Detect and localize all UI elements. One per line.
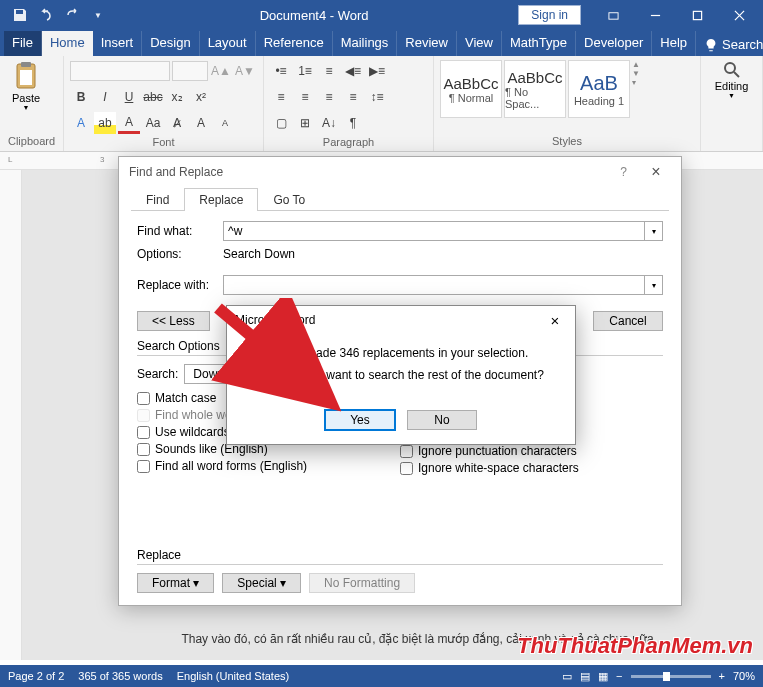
clipboard-icon	[10, 60, 42, 92]
maximize-icon[interactable]	[677, 0, 717, 30]
tell-me-search[interactable]: Search	[704, 37, 763, 56]
clear-formatting-button[interactable]: A̷	[166, 112, 188, 134]
strike-button[interactable]: abc	[142, 86, 164, 108]
font-family-select[interactable]	[70, 61, 170, 81]
qat-dropdown-icon[interactable]: ▼	[86, 3, 110, 27]
tab-home[interactable]: Home	[42, 31, 93, 56]
tab-developer[interactable]: Developer	[576, 31, 652, 56]
status-words[interactable]: 365 of 365 words	[78, 670, 162, 682]
increase-indent-icon[interactable]: ▶≡	[366, 60, 388, 82]
tab-mailings[interactable]: Mailings	[333, 31, 398, 56]
format-button[interactable]: Format ▾	[137, 573, 214, 593]
borders-icon[interactable]: ⊞	[294, 112, 316, 134]
undo-icon[interactable]	[34, 3, 58, 27]
sort-icon[interactable]: A↓	[318, 112, 340, 134]
minimize-icon[interactable]	[635, 0, 675, 30]
close-icon[interactable]	[719, 0, 759, 30]
editing-label: Editing	[715, 80, 749, 92]
zoom-in-icon[interactable]: +	[719, 670, 725, 682]
find-icon	[722, 60, 742, 80]
fr-tab-goto[interactable]: Go To	[258, 188, 320, 211]
cancel-button[interactable]: Cancel	[593, 311, 663, 331]
align-left-icon[interactable]: ≡	[270, 86, 292, 108]
text-effects-button[interactable]: A	[70, 112, 92, 134]
vertical-ruler[interactable]	[0, 170, 22, 660]
ribbon: Paste ▼ Clipboard A▲ A▼ B I U abc x₂ x²	[0, 56, 763, 152]
svg-rect-4	[21, 62, 31, 67]
dialog-close-icon[interactable]: ×	[641, 163, 671, 181]
no-button[interactable]: No	[407, 410, 477, 430]
replace-with-input[interactable]	[223, 275, 645, 295]
subscript-button[interactable]: x₂	[166, 86, 188, 108]
shading-icon[interactable]: ▢	[270, 112, 292, 134]
fr-tab-find[interactable]: Find	[131, 188, 184, 211]
grow-font-icon[interactable]: A▲	[210, 60, 232, 82]
multilevel-icon[interactable]: ≡	[318, 60, 340, 82]
bold-button[interactable]: B	[70, 86, 92, 108]
tab-design[interactable]: Design	[142, 31, 199, 56]
shrink-font-2[interactable]: A	[214, 112, 236, 134]
find-what-dropdown[interactable]: ▾	[645, 221, 663, 241]
find-what-input[interactable]	[223, 221, 645, 241]
numbering-icon[interactable]: 1≡	[294, 60, 316, 82]
status-lang[interactable]: English (United States)	[177, 670, 290, 682]
special-button[interactable]: Special ▾	[222, 573, 301, 593]
less-button[interactable]: << Less	[137, 311, 210, 331]
align-center-icon[interactable]: ≡	[294, 86, 316, 108]
shrink-font-icon[interactable]: A▼	[234, 60, 256, 82]
style-no-spacing[interactable]: AaBbCc ¶ No Spac...	[504, 60, 566, 118]
msgbox-close-icon[interactable]: ×	[543, 312, 567, 329]
tab-help[interactable]: Help	[652, 31, 696, 56]
chk-word-forms[interactable]: Find all word forms (English)	[137, 459, 400, 473]
italic-button[interactable]: I	[94, 86, 116, 108]
status-page[interactable]: Page 2 of 2	[8, 670, 64, 682]
message-box: Microsoft Word × ? We made 346 replaceme…	[226, 305, 576, 445]
bullets-icon[interactable]: •≡	[270, 60, 292, 82]
save-icon[interactable]	[8, 3, 32, 27]
styles-gallery-scroll[interactable]: ▲▼▾	[632, 60, 646, 87]
msgbox-title: Microsoft Word	[235, 313, 315, 327]
superscript-button[interactable]: x²	[190, 86, 212, 108]
tab-view[interactable]: View	[457, 31, 502, 56]
editing-button[interactable]: Editing ▼	[707, 60, 756, 99]
show-marks-icon[interactable]: ¶	[342, 112, 364, 134]
decrease-indent-icon[interactable]: ◀≡	[342, 60, 364, 82]
style-heading1[interactable]: AaB Heading 1	[568, 60, 630, 118]
line-spacing-icon[interactable]: ↕≡	[366, 86, 388, 108]
font-color-button[interactable]: A	[118, 112, 140, 134]
paste-button[interactable]: Paste ▼	[6, 60, 46, 111]
tab-insert[interactable]: Insert	[93, 31, 143, 56]
underline-button[interactable]: U	[118, 86, 140, 108]
view-web-icon[interactable]: ▦	[598, 670, 608, 683]
style-normal[interactable]: AaBbCc ¶ Normal	[440, 60, 502, 118]
search-direction-label: Search:	[137, 367, 178, 381]
justify-icon[interactable]: ≡	[342, 86, 364, 108]
chk-ignore-white[interactable]: Ignore white-space characters	[400, 461, 663, 475]
zoom-level[interactable]: 70%	[733, 670, 755, 682]
group-paragraph: Paragraph	[270, 134, 427, 150]
tab-references[interactable]: Reference	[256, 31, 333, 56]
view-read-icon[interactable]: ▭	[562, 670, 572, 683]
replace-with-dropdown[interactable]: ▾	[645, 275, 663, 295]
view-print-icon[interactable]: ▤	[580, 670, 590, 683]
zoom-out-icon[interactable]: −	[616, 670, 622, 682]
font-size-select[interactable]	[172, 61, 208, 81]
change-case-button[interactable]: Aa	[142, 112, 164, 134]
chk-ignore-punct[interactable]: Ignore punctuation characters	[400, 444, 663, 458]
sign-in-button[interactable]: Sign in	[518, 5, 581, 25]
highlight-button[interactable]: ab	[94, 112, 116, 134]
tab-file[interactable]: File	[4, 31, 42, 56]
grow-font-2[interactable]: A	[190, 112, 212, 134]
zoom-slider[interactable]	[631, 675, 711, 678]
tab-layout[interactable]: Layout	[200, 31, 256, 56]
ribbon-display-icon[interactable]	[593, 0, 633, 30]
tab-mathtype[interactable]: MathType	[502, 31, 576, 56]
fr-tab-replace[interactable]: Replace	[184, 188, 258, 211]
group-styles: Styles	[440, 133, 694, 149]
msgbox-line1: We made 346 replacements in your selecti…	[285, 346, 544, 360]
yes-button[interactable]: Yes	[325, 410, 395, 430]
dialog-help-icon[interactable]: ?	[620, 165, 627, 179]
align-right-icon[interactable]: ≡	[318, 86, 340, 108]
tab-review[interactable]: Review	[397, 31, 457, 56]
redo-icon[interactable]	[60, 3, 84, 27]
